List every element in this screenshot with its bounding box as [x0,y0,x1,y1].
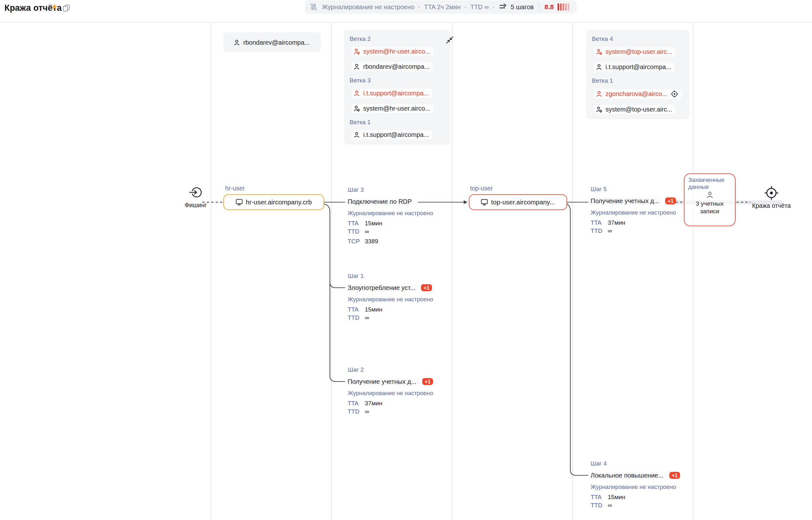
tta-value: 37мин [608,219,625,227]
step-title: Шаг 1 [348,272,364,280]
service-account-icon [596,49,602,55]
phishing-icon [188,186,203,200]
protocol-value: 3389 [365,238,378,245]
branch-panel-right: Ветка 4 system@top-user.airc... i.t.supp… [586,30,690,119]
user-account-icon [596,64,602,70]
ttd-label: TTD [348,228,365,235]
service-account-icon [353,105,360,112]
goal-node[interactable]: Кража отчёта [753,186,790,209]
step-logging-status: Журналирование не настроено [591,484,676,491]
account-row[interactable]: zgoncharova@airco... [594,89,682,99]
step-action[interactable]: Получение учетных д... [588,197,662,205]
step-action[interactable]: Подключение по RDP [345,198,414,206]
account-row[interactable]: rbondarev@aircompa... [351,62,433,71]
host-name: top-user.aircompany... [491,198,555,206]
branch-panel-left: Ветка 2 system@hr-user.airco... rbondare… [344,30,450,145]
account-row[interactable]: i.t.support@aircompa... [351,130,432,139]
branch-label: Ветка 1 [349,119,370,126]
account-row[interactable]: system@top-user.airc... [594,47,675,56]
step-block-2: Шаг 2 Получение учетных д... +1 Журналир… [348,366,449,415]
ttd-label: TTD [591,228,608,235]
ttd-label: TTD [591,502,608,509]
account-row[interactable]: system@hr-user.airco... [351,104,433,113]
more-techniques-badge[interactable]: +1 [422,378,433,385]
step-block-4: Шаг 4 Локальное повышение... +1 Журналир… [591,460,692,509]
tta-value: 15мин [608,494,625,501]
user-account-icon [353,90,360,97]
more-techniques-badge[interactable]: +1 [669,472,680,479]
step-block-3: Шаг 3 Подключение по RDP Журналирование … [348,186,449,245]
phishing-label: Фишинг [184,202,207,209]
step-title: Шаг 5 [591,186,607,193]
protocol-label: TCP [348,238,365,245]
account-name: system@hr-user.airco... [363,105,430,112]
tta-label: TTA [591,494,608,501]
ttd-label: TTD [348,408,365,415]
step-logging-status: Журналирование не настроено [591,209,676,216]
tta-value: 37мин [365,400,382,407]
host-group-label: hr-user [225,185,245,192]
tta-label: TTA [348,400,365,407]
account-row[interactable]: system@hr-user.airco... [351,47,433,56]
tta-label: TTA [348,306,365,313]
branch-label: Ветка 2 [349,35,370,43]
more-techniques-badge[interactable]: +1 [421,284,432,291]
step-action[interactable]: Злоупотребление уст... [345,284,418,292]
target-marker-icon [670,90,679,98]
account-name: system@top-user.airc... [606,48,672,55]
tta-label: TTA [591,219,608,227]
user-account-icon [353,131,360,138]
step-logging-status: Журналирование не настроено [348,210,433,217]
account-name: zgoncharova@airco... [606,90,667,98]
account-name: rbondarev@aircompa... [243,39,310,46]
user-account-icon [706,191,714,199]
target-icon [764,186,779,200]
account-name: i.t.support@aircompa... [363,90,429,97]
ttd-value: ∞ [365,228,369,235]
monitor-icon [236,199,243,206]
step-block-5: Шаг 5 Получение учетных д... +1 Журналир… [591,186,692,235]
account-name: i.t.support@aircompa... [606,63,671,71]
service-account-icon [596,106,602,113]
tta-value: 15мин [365,220,382,227]
account-row[interactable]: i.t.support@aircompa... [594,62,674,72]
tta-label: TTA [348,220,365,227]
tta-value: 15мин [365,306,382,313]
captured-data-title: Захваченные данные [688,177,731,190]
step-title: Шаг 3 [348,186,364,193]
service-account-icon [353,48,360,55]
step-title: Шаг 2 [348,366,364,373]
hr-user-host-node[interactable]: hr-user.aircompany.crb [223,194,324,210]
account-row[interactable]: rbondarev@aircompa... [231,38,313,47]
goal-label: Кража отчёта [752,202,791,209]
ttd-value: ∞ [365,408,369,415]
step-block-1: Шаг 1 Злоупотребление уст... +1 Журналир… [348,272,449,322]
account-row[interactable]: system@top-user.airc... [594,105,675,114]
ttd-value: ∞ [608,502,612,509]
host-group-label: top-user [470,185,493,192]
ttd-label: TTD [348,314,365,322]
step-action[interactable]: Получение учетных д... [345,378,419,386]
step-action[interactable]: Локальное повышение... [588,471,666,479]
standalone-account-card[interactable]: rbondarev@aircompa... [223,32,321,52]
account-name: i.t.support@aircompa... [363,131,429,138]
ttd-value: ∞ [365,314,369,322]
monitor-icon [481,199,488,206]
branch-label: Ветка 1 [592,77,613,85]
ttd-value: ∞ [608,228,612,235]
phishing-node[interactable]: Фишинг [177,186,215,209]
branch-label: Ветка 4 [592,35,613,43]
collapse-icon[interactable] [445,35,454,44]
account-name: rbondarev@aircompa... [363,63,429,70]
more-techniques-badge[interactable]: +1 [665,198,676,205]
account-name: system@top-user.airc... [606,106,672,113]
step-logging-status: Журналирование не настроено [348,390,433,397]
branch-label: Ветка 3 [349,77,370,84]
step-logging-status: Журналирование не настроено [348,296,433,303]
account-name: system@hr-user.airco... [363,48,430,55]
step-title: Шаг 4 [591,460,607,467]
user-account-icon [353,63,360,70]
account-row[interactable]: i.t.support@aircompa... [351,89,432,98]
top-user-host-node[interactable]: top-user.aircompany... [469,194,567,210]
host-name: hr-user.aircompany.crb [246,198,312,206]
